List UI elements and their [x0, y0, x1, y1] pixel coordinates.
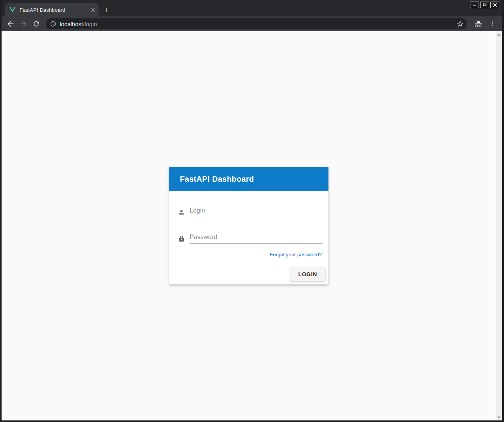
- minimize-button[interactable]: [470, 2, 479, 8]
- reload-icon: [32, 20, 40, 28]
- incognito-badge[interactable]: [472, 18, 484, 30]
- arrow-forward-icon: [19, 20, 28, 28]
- browser-menu-button[interactable]: [486, 18, 498, 30]
- url-host: localhost: [60, 21, 83, 27]
- card-actions: LOGIN: [169, 257, 328, 284]
- url-path: /login: [83, 21, 97, 27]
- window-controls: [470, 2, 499, 8]
- maximize-icon: [483, 4, 486, 6]
- login-field-row: [178, 207, 323, 217]
- back-button[interactable]: [5, 18, 16, 30]
- close-icon: [91, 8, 95, 12]
- login-input[interactable]: [190, 207, 323, 217]
- minimize-icon: [473, 5, 476, 6]
- arrow-back-icon: [6, 20, 15, 28]
- url-text: localhost/login: [60, 21, 97, 27]
- password-input[interactable]: [190, 233, 323, 244]
- chevron-down-icon: [497, 417, 501, 418]
- incognito-icon: [474, 20, 482, 28]
- browser-tab[interactable]: FastAPI Dashboard: [5, 3, 99, 16]
- browser-window: FastAPI Dashboard +: [0, 0, 504, 422]
- browser-toolbar: localhost/login: [2, 16, 502, 31]
- login-button[interactable]: LOGIN: [290, 267, 325, 281]
- page-content: FastAPI Dashboard Forgo: [2, 31, 502, 420]
- forward-button[interactable]: [18, 18, 29, 30]
- kebab-menu-icon: [489, 21, 495, 27]
- info-icon[interactable]: [50, 21, 56, 27]
- bookmark-button[interactable]: [455, 19, 465, 29]
- login-card: FastAPI Dashboard Forgo: [169, 167, 328, 284]
- lock-icon: [178, 235, 185, 242]
- chevron-up-icon: [497, 34, 501, 36]
- reload-button[interactable]: [30, 18, 42, 30]
- person-icon: [178, 209, 185, 216]
- address-bar[interactable]: localhost/login: [46, 18, 467, 29]
- scroll-up-button[interactable]: [496, 31, 502, 38]
- maximize-button[interactable]: [480, 2, 489, 8]
- forgot-password-link[interactable]: Forgot your password?: [270, 252, 322, 257]
- forgot-password-row: Forgot your password?: [169, 252, 322, 257]
- page-title: FastAPI Dashboard: [180, 175, 254, 184]
- login-card-header: FastAPI Dashboard: [169, 167, 328, 191]
- tab-strip: FastAPI Dashboard +: [2, 0, 502, 16]
- tab-close-button[interactable]: [89, 6, 96, 13]
- page-scrollbar[interactable]: [496, 31, 502, 420]
- scroll-down-button[interactable]: [496, 414, 502, 420]
- star-icon: [456, 20, 464, 28]
- close-button[interactable]: [490, 2, 499, 8]
- new-tab-button[interactable]: +: [101, 4, 112, 15]
- close-icon: [493, 3, 497, 7]
- tab-title: FastAPI Dashboard: [20, 7, 89, 13]
- password-field-row: [178, 233, 323, 244]
- vue-logo-icon: [9, 7, 16, 13]
